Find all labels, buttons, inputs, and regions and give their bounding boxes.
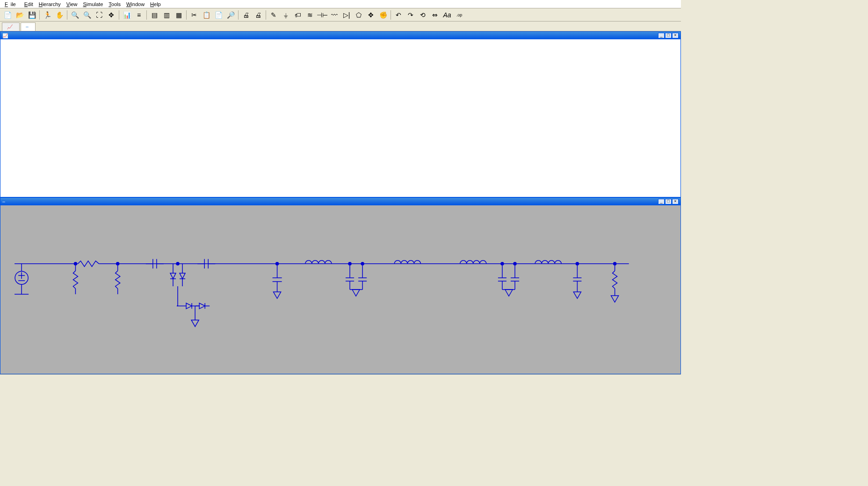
y-axis-right[interactable] [665, 39, 680, 197]
close-button[interactable]: × [672, 199, 679, 204]
new-schematic-button[interactable]: 📄 [2, 10, 13, 20]
find-button[interactable]: 🔎 [225, 10, 236, 20]
copy-button[interactable]: 📋 [201, 10, 212, 20]
minimize-button[interactable]: _ [658, 33, 665, 38]
svg-point-69 [361, 262, 364, 265]
plot-titlebar[interactable]: 📈 _ □ × [0, 32, 680, 39]
svg-point-73 [614, 262, 616, 265]
undo-button[interactable]: ↶ [393, 10, 404, 20]
schematic-titlebar[interactable]: ⎓ _ □ × [0, 198, 680, 205]
text-button[interactable]: Aa [441, 10, 453, 20]
open-button[interactable]: 📂 [14, 10, 25, 20]
paste-button[interactable]: 📄 [213, 10, 224, 20]
component-button[interactable]: ⬠ [353, 10, 364, 20]
schematic-canvas[interactable] [0, 205, 680, 374]
statusbar [0, 374, 681, 382]
close-button[interactable]: × [672, 33, 679, 38]
menu-help[interactable]: Help [147, 1, 164, 7]
y-axis-left[interactable] [0, 39, 16, 197]
plot-area[interactable] [0, 39, 680, 197]
tile-h-button[interactable]: ▤ [149, 10, 160, 20]
toolbar: 📄 📂 💾 🏃 ✋ 🔍 🔍 ⛶ ✥ 📊 ≡ ▤ ▥ ▦ ✂ 📋 📄 🔎 🖨 🖨 … [0, 8, 681, 22]
menu-tools[interactable]: Tools [106, 1, 123, 7]
halt-button[interactable]: ✋ [54, 10, 65, 20]
tile-v-button[interactable]: ▥ [161, 10, 172, 20]
spice-directive-button[interactable]: .op [454, 10, 465, 20]
svg-point-68 [348, 262, 351, 265]
menu-view[interactable]: View [64, 1, 80, 7]
maximize-button[interactable]: □ [665, 199, 672, 204]
menu-hierarchy[interactable]: Hierarchy [36, 1, 64, 7]
inductor-button[interactable]: 〰 [329, 10, 340, 20]
svg-point-72 [576, 262, 579, 265]
tab-plot[interactable]: 📈 [2, 22, 20, 31]
redo-button[interactable]: ↷ [405, 10, 416, 20]
diode-button[interactable]: ▷| [341, 10, 352, 20]
ground-button[interactable]: ⏚ [280, 10, 291, 20]
plot-window: 📈 _ □ × [0, 31, 681, 197]
zoom-in-button[interactable]: 🔍 [69, 10, 80, 20]
menu-window[interactable]: Window [123, 1, 147, 7]
schematic-window: ⎓ _ □ × [0, 197, 681, 374]
svg-point-70 [501, 262, 504, 265]
menubar: File Edit Hierarchy View Simulate Tools … [0, 0, 681, 8]
autorange-button[interactable]: 📊 [121, 10, 132, 20]
save-button[interactable]: 💾 [26, 10, 37, 20]
rotate-button[interactable]: ⟲ [417, 10, 428, 20]
label-button[interactable]: 🏷 [292, 10, 304, 20]
menu-file[interactable]: File [2, 1, 22, 7]
zoom-out-button[interactable]: 🔍 [81, 10, 93, 20]
svg-point-65 [116, 262, 119, 265]
tabbar: 📈 ⎓ [0, 22, 681, 31]
print-button[interactable]: 🖨 [240, 10, 252, 20]
plot-title-icon: 📈 [2, 33, 8, 38]
schematic-title-icon: ⎓ [2, 199, 5, 204]
svg-point-71 [514, 262, 516, 265]
print-setup-button[interactable]: 🖨 [253, 10, 264, 20]
pan-button[interactable]: ✥ [106, 10, 117, 20]
capacitor-button[interactable]: ⊣⊢ [317, 10, 328, 20]
maximize-button[interactable]: □ [665, 33, 672, 38]
plot-canvas[interactable] [16, 39, 665, 197]
cut-button[interactable]: ✂ [188, 10, 200, 20]
resistor-button[interactable]: ≋ [304, 10, 316, 20]
move-button[interactable]: ✥ [365, 10, 376, 20]
toggle-button[interactable]: ≡ [133, 10, 145, 20]
svg-point-66 [176, 262, 179, 265]
wire-button[interactable]: ✎ [268, 10, 279, 20]
svg-point-64 [74, 262, 77, 265]
svg-point-67 [276, 262, 279, 265]
schematic-tab-icon: ⎓ [26, 24, 29, 29]
plot-tab-icon: 📈 [7, 24, 13, 29]
run-button[interactable]: 🏃 [42, 10, 53, 20]
minimize-button[interactable]: _ [658, 199, 665, 204]
zoom-fit-button[interactable]: ⛶ [94, 10, 105, 20]
cascade-button[interactable]: ▦ [173, 10, 184, 20]
menu-simulate[interactable]: Simulate [80, 1, 106, 7]
tab-schematic[interactable]: ⎓ [21, 22, 36, 31]
mirror-button[interactable]: ⇔ [429, 10, 441, 20]
drag-button[interactable]: ✊ [377, 10, 389, 20]
menu-edit[interactable]: Edit [22, 1, 36, 7]
